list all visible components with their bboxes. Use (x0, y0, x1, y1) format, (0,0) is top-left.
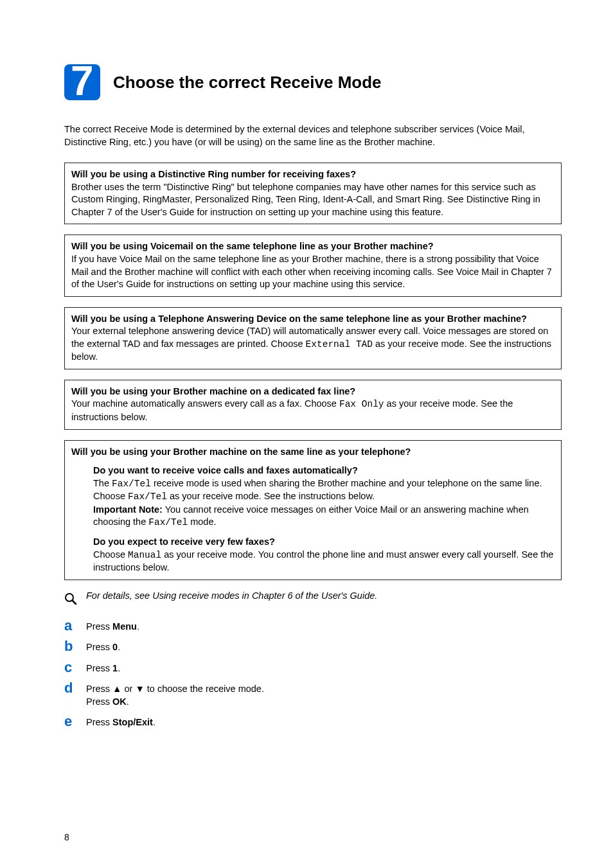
up-arrow-icon: ▲ (112, 684, 121, 694)
step-d: d Press ▲ or ▼ to choose the receive mod… (64, 681, 562, 708)
box-voicemail: Will you be using Voicemail on the same … (64, 235, 562, 296)
sd-6: . (127, 696, 129, 707)
down-arrow-icon: ▼ (135, 684, 144, 694)
step-a: a Press Menu. (64, 619, 562, 633)
box5-sub1: Do you want to receive voice calls and f… (71, 465, 555, 529)
step-title: Choose the correct Receive Mode (113, 73, 382, 93)
box-tad: Will you be using a Telephone Answering … (64, 307, 562, 369)
box4-answer-a: Your machine automatically answers every… (71, 398, 339, 409)
box5-s1-note-label: Important Note: (93, 504, 163, 515)
box-same-line: Will you be using your Brother machine o… (64, 440, 562, 580)
intro-text: The correct Receive Mode is determined b… (64, 123, 562, 148)
box5-s2-t2: as your receive mode. You control the ph… (93, 549, 553, 573)
box5-sub1-q: Do you want to receive voice calls and f… (93, 465, 555, 477)
step-c-text: Press 1. (86, 660, 120, 675)
sc-3: . (118, 663, 120, 673)
box5-sub1-body: The Fax/Tel receive mode is used when sh… (93, 477, 555, 504)
box5-s2-t1: Choose (93, 549, 128, 560)
se-2: Stop/Exit (112, 717, 153, 727)
step-e-text: Press Stop/Exit. (86, 714, 155, 729)
sd-2: or (121, 684, 135, 694)
box5-s1-c2: Fax/Tel (128, 492, 167, 502)
sd-3: to choose the receive mode. (145, 684, 264, 694)
sa-2: Menu (112, 621, 137, 632)
box4-code: Fax Only (339, 399, 384, 409)
box5-s1-note-b: mode. (188, 517, 216, 527)
step-e: e Press Stop/Exit. (64, 714, 562, 729)
box-distinctive-ring: Will you be using a Distinctive Ring num… (64, 163, 562, 224)
sd-1: Press (86, 684, 112, 694)
sc-2: 1 (112, 663, 118, 673)
letter-b: b (64, 639, 86, 653)
box5-s2-c1: Manual (128, 550, 161, 560)
step-header: 7 Choose the correct Receive Mode (64, 64, 562, 100)
sd-5: OK (112, 696, 127, 707)
sc-1: Press (86, 663, 112, 673)
box5-sub2-body: Choose Manual as your receive mode. You … (93, 549, 555, 574)
step-b-text: Press 0. (86, 639, 120, 654)
step-c: c Press 1. (64, 660, 562, 675)
box5-s1-c1: Fax/Tel (112, 479, 151, 489)
sb-1: Press (86, 642, 112, 652)
letter-d: d (64, 681, 86, 695)
step-number-badge: 7 (64, 64, 100, 100)
step-number: 7 (71, 60, 94, 102)
box3-code: External TAD (306, 339, 373, 350)
box3-question: Will you be using a Telephone Answering … (71, 314, 527, 324)
svg-line-1 (73, 601, 76, 604)
box4-question: Will you be using your Brother machine o… (71, 386, 355, 396)
box-dedicated-fax: Will you be using your Brother machine o… (64, 380, 562, 430)
box1-answer: Brother uses the term "Distinctive Ring"… (71, 182, 540, 217)
sb-2: 0 (112, 642, 118, 652)
box5-s1-t1: The (93, 478, 112, 488)
magnifier-icon (64, 590, 86, 607)
sd-4: Press (86, 696, 112, 707)
note-row: For details, see Using receive modes in … (64, 590, 562, 607)
sb-3: . (118, 642, 120, 652)
box1-question: Will you be using a Distinctive Ring num… (71, 169, 356, 179)
step-d-text: Press ▲ or ▼ to choose the receive mode.… (86, 681, 264, 708)
box5-sub2-q: Do you expect to receive very few faxes? (93, 536, 555, 549)
step-b: b Press 0. (64, 639, 562, 654)
box5-question: Will you be using your Brother machine o… (71, 446, 555, 459)
se-3: . (153, 717, 155, 727)
page-number: 8 (64, 832, 69, 842)
box5-s1-t3: as your receive mode. See the instructio… (167, 491, 375, 501)
step-a-text: Press Menu. (86, 619, 139, 633)
box2-question: Will you be using Voicemail on the same … (71, 241, 434, 251)
letter-e: e (64, 714, 86, 729)
box5-sub2: Do you expect to receive very few faxes?… (71, 536, 555, 574)
letter-c: c (64, 660, 86, 675)
sa-1: Press (86, 621, 112, 632)
note-text: For details, see Using receive modes in … (86, 590, 377, 607)
box2-answer: If you have Voice Mail on the same telep… (71, 254, 552, 289)
letter-a: a (64, 619, 86, 633)
box5-sub1-note: Important Note: You cannot receive voice… (93, 504, 555, 529)
se-1: Press (86, 717, 112, 727)
box5-s1-note-code: Fax/Tel (148, 517, 188, 527)
procedure-steps: a Press Menu. b Press 0. c Press 1. d Pr… (64, 619, 562, 729)
sa-3: . (137, 621, 139, 632)
